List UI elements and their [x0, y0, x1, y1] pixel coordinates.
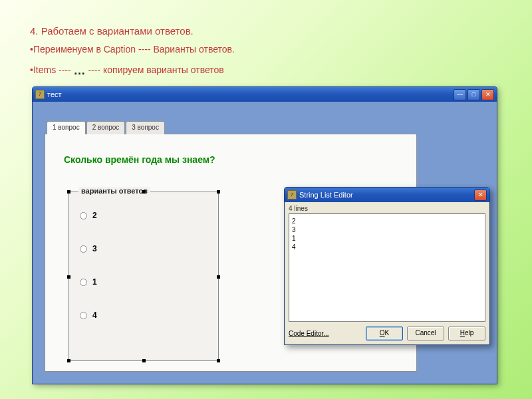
close-button[interactable]: ✕ — [481, 89, 494, 100]
radio-option-2[interactable]: 3 — [69, 244, 218, 253]
radio-circle — [80, 212, 87, 219]
radiogroup[interactable]: варианты ответов 2 3 1 4 — [68, 192, 219, 361]
handle-br[interactable] — [217, 359, 220, 362]
string-list-editor: 7 String List Editor ✕ 4 lines 2 3 1 4 C… — [284, 187, 490, 345]
editor-app-icon: 7 — [287, 190, 297, 200]
line-count: 4 lines — [289, 205, 485, 212]
tab-2[interactable]: 2 вопрос — [86, 121, 126, 134]
minimize-button[interactable]: — — [454, 89, 466, 100]
editor-titlebar[interactable]: 7 String List Editor ✕ — [285, 188, 489, 202]
instr3-b: ---- копируем варианты ответов — [86, 65, 224, 75]
instr3-a: •Items ---- — [30, 65, 74, 75]
code-editor-link[interactable]: Code Editor... — [289, 330, 329, 337]
radio-circle — [80, 312, 87, 319]
list-line-1: 2 — [292, 217, 482, 225]
radio-label-2: 3 — [92, 244, 97, 253]
cancel-button[interactable]: Cancel — [407, 327, 444, 340]
question-label: Сколько времён года мы знаем? — [64, 154, 215, 165]
handle-bl[interactable] — [67, 359, 70, 362]
ide-titlebar[interactable]: 7 тест — □ ✕ — [33, 87, 497, 102]
instruction-line-2: •Переименуем в Caption ---- Варианты отв… — [30, 44, 235, 55]
list-textarea[interactable]: 2 3 1 4 — [289, 213, 485, 322]
editor-title: String List Editor — [299, 191, 474, 199]
radio-circle — [80, 279, 87, 286]
app-icon: 7 — [35, 90, 45, 99]
radio-option-1[interactable]: 2 — [69, 211, 218, 220]
instruction-line-1: 4. Работаем с вариантами ответов. — [30, 25, 194, 37]
radiogroup-caption: варианты ответов — [78, 187, 150, 195]
help-button[interactable]: Help — [448, 327, 485, 340]
instruction-line-3: •Items ---- … ---- копируем варианты отв… — [30, 64, 224, 78]
radio-label-4: 4 — [92, 311, 97, 320]
instr3-ellipsis: … — [74, 64, 86, 77]
maximize-button[interactable]: □ — [467, 89, 480, 100]
ide-title: тест — [47, 90, 454, 98]
tab-3[interactable]: 3 вопрос — [126, 121, 165, 134]
handle-tl[interactable] — [67, 190, 70, 194]
radio-label-1: 2 — [92, 211, 97, 220]
handle-tr[interactable] — [217, 190, 220, 194]
handle-tc[interactable] — [142, 190, 146, 194]
ok-rest: K — [385, 329, 390, 336]
radio-circle — [80, 245, 87, 253]
handle-bc[interactable] — [142, 359, 146, 362]
list-line-3: 1 — [292, 234, 482, 243]
radio-label-3: 1 — [92, 277, 97, 287]
radio-option-3[interactable]: 1 — [69, 277, 218, 287]
tab-1[interactable]: 1 вопрос — [47, 121, 86, 134]
list-line-4: 4 — [292, 243, 482, 251]
editor-close-button[interactable]: ✕ — [474, 190, 487, 201]
list-line-2: 3 — [292, 225, 482, 234]
ok-button[interactable]: OK — [366, 327, 403, 340]
radio-option-4[interactable]: 4 — [69, 311, 218, 320]
